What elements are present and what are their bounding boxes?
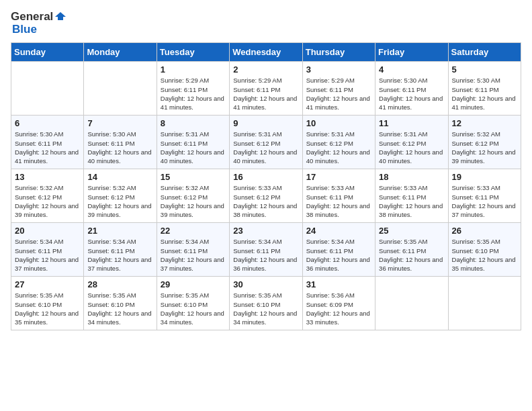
day-number: 21 (87, 226, 152, 236)
day-number: 30 (233, 279, 298, 289)
day-info: Sunrise: 5:31 AM Sunset: 6:12 PM Dayligh… (379, 130, 444, 165)
day-number: 29 (161, 279, 226, 289)
calendar-cell: 27Sunrise: 5:35 AM Sunset: 6:10 PM Dayli… (11, 277, 84, 330)
day-number: 18 (379, 172, 444, 182)
day-info: Sunrise: 5:34 AM Sunset: 6:11 PM Dayligh… (87, 237, 152, 273)
weekday-header-friday: Friday (375, 43, 448, 62)
day-info: Sunrise: 5:29 AM Sunset: 6:11 PM Dayligh… (233, 76, 298, 111)
calendar-cell (11, 62, 84, 116)
calendar-cell: 21Sunrise: 5:34 AM Sunset: 6:11 PM Dayli… (84, 223, 157, 277)
calendar-cell: 24Sunrise: 5:34 AM Sunset: 6:11 PM Dayli… (302, 223, 375, 277)
page-header: General Blue (11, 11, 521, 36)
calendar-cell: 22Sunrise: 5:34 AM Sunset: 6:11 PM Dayli… (157, 223, 229, 277)
day-number: 27 (15, 279, 80, 289)
calendar-cell: 25Sunrise: 5:35 AM Sunset: 6:11 PM Dayli… (375, 223, 448, 277)
day-info: Sunrise: 5:35 AM Sunset: 6:10 PM Dayligh… (15, 291, 80, 326)
calendar-cell: 11Sunrise: 5:31 AM Sunset: 6:12 PM Dayli… (375, 116, 448, 169)
weekday-header-saturday: Saturday (448, 43, 521, 62)
day-info: Sunrise: 5:34 AM Sunset: 6:11 PM Dayligh… (306, 237, 371, 273)
day-number: 26 (452, 226, 517, 236)
day-number: 12 (452, 118, 517, 128)
day-info: Sunrise: 5:32 AM Sunset: 6:12 PM Dayligh… (161, 183, 226, 219)
day-number: 28 (87, 279, 152, 289)
logo-bird-icon (54, 11, 66, 23)
calendar-cell: 3Sunrise: 5:29 AM Sunset: 6:11 PM Daylig… (302, 62, 375, 116)
svg-marker-0 (55, 12, 66, 20)
day-info: Sunrise: 5:31 AM Sunset: 6:11 PM Dayligh… (161, 130, 226, 165)
day-info: Sunrise: 5:35 AM Sunset: 6:11 PM Dayligh… (379, 237, 444, 273)
day-number: 6 (15, 118, 80, 128)
calendar-cell: 6Sunrise: 5:30 AM Sunset: 6:11 PM Daylig… (11, 116, 84, 169)
day-info: Sunrise: 5:32 AM Sunset: 6:12 PM Dayligh… (452, 130, 517, 165)
day-number: 22 (161, 226, 226, 236)
calendar-cell: 28Sunrise: 5:35 AM Sunset: 6:10 PM Dayli… (84, 277, 157, 330)
calendar-cell: 10Sunrise: 5:31 AM Sunset: 6:12 PM Dayli… (302, 116, 375, 169)
calendar-cell: 8Sunrise: 5:31 AM Sunset: 6:11 PM Daylig… (157, 116, 229, 169)
day-info: Sunrise: 5:35 AM Sunset: 6:10 PM Dayligh… (161, 291, 226, 326)
day-number: 14 (87, 172, 152, 182)
weekday-header-sunday: Sunday (11, 43, 84, 62)
day-info: Sunrise: 5:36 AM Sunset: 6:09 PM Dayligh… (306, 291, 371, 326)
day-info: Sunrise: 5:34 AM Sunset: 6:11 PM Dayligh… (161, 237, 226, 273)
calendar-cell: 17Sunrise: 5:33 AM Sunset: 6:11 PM Dayli… (302, 169, 375, 223)
day-info: Sunrise: 5:33 AM Sunset: 6:11 PM Dayligh… (306, 183, 371, 219)
logo-general: General (11, 11, 53, 24)
calendar-cell: 7Sunrise: 5:30 AM Sunset: 6:11 PM Daylig… (84, 116, 157, 169)
day-info: Sunrise: 5:33 AM Sunset: 6:12 PM Dayligh… (233, 183, 298, 219)
day-number: 7 (87, 118, 152, 128)
weekday-header-monday: Monday (84, 43, 157, 62)
calendar-cell: 16Sunrise: 5:33 AM Sunset: 6:12 PM Dayli… (230, 169, 302, 223)
weekday-header-tuesday: Tuesday (157, 43, 229, 62)
day-number: 5 (452, 64, 517, 75)
day-number: 20 (15, 226, 80, 236)
calendar-cell: 14Sunrise: 5:32 AM Sunset: 6:12 PM Dayli… (84, 169, 157, 223)
calendar-cell (84, 62, 157, 116)
day-info: Sunrise: 5:34 AM Sunset: 6:11 PM Dayligh… (15, 237, 80, 273)
calendar-table: SundayMondayTuesdayWednesdayThursdayFrid… (11, 42, 521, 330)
day-number: 8 (161, 118, 226, 128)
day-number: 25 (379, 226, 444, 236)
calendar-cell (448, 277, 521, 330)
day-number: 10 (306, 118, 371, 128)
calendar-cell: 15Sunrise: 5:32 AM Sunset: 6:12 PM Dayli… (157, 169, 229, 223)
day-number: 1 (161, 64, 226, 75)
day-number: 2 (233, 64, 298, 75)
day-number: 24 (306, 226, 371, 236)
weekday-header-thursday: Thursday (302, 43, 375, 62)
calendar-week-1: 1Sunrise: 5:29 AM Sunset: 6:11 PM Daylig… (11, 62, 521, 116)
day-info: Sunrise: 5:30 AM Sunset: 6:11 PM Dayligh… (379, 76, 444, 111)
day-number: 11 (379, 118, 444, 128)
day-info: Sunrise: 5:33 AM Sunset: 6:11 PM Dayligh… (452, 183, 517, 219)
calendar-cell (375, 277, 448, 330)
calendar-week-2: 6Sunrise: 5:30 AM Sunset: 6:11 PM Daylig… (11, 116, 521, 169)
calendar-body: 1Sunrise: 5:29 AM Sunset: 6:11 PM Daylig… (11, 62, 521, 330)
calendar-cell: 18Sunrise: 5:33 AM Sunset: 6:11 PM Dayli… (375, 169, 448, 223)
weekday-header-row: SundayMondayTuesdayWednesdayThursdayFrid… (11, 43, 521, 62)
day-info: Sunrise: 5:30 AM Sunset: 6:11 PM Dayligh… (452, 76, 517, 111)
day-info: Sunrise: 5:35 AM Sunset: 6:10 PM Dayligh… (233, 291, 298, 326)
weekday-header-wednesday: Wednesday (230, 43, 302, 62)
day-info: Sunrise: 5:35 AM Sunset: 6:10 PM Dayligh… (87, 291, 152, 326)
day-number: 19 (452, 172, 517, 182)
calendar-cell: 5Sunrise: 5:30 AM Sunset: 6:11 PM Daylig… (448, 62, 521, 116)
calendar-cell: 29Sunrise: 5:35 AM Sunset: 6:10 PM Dayli… (157, 277, 229, 330)
day-number: 31 (306, 279, 371, 289)
day-info: Sunrise: 5:30 AM Sunset: 6:11 PM Dayligh… (15, 130, 80, 165)
calendar-cell: 30Sunrise: 5:35 AM Sunset: 6:10 PM Dayli… (230, 277, 302, 330)
logo: General Blue (11, 11, 66, 36)
day-number: 17 (306, 172, 371, 182)
calendar-cell: 9Sunrise: 5:31 AM Sunset: 6:12 PM Daylig… (230, 116, 302, 169)
calendar-week-3: 13Sunrise: 5:32 AM Sunset: 6:12 PM Dayli… (11, 169, 521, 223)
calendar-cell: 19Sunrise: 5:33 AM Sunset: 6:11 PM Dayli… (448, 169, 521, 223)
calendar-week-5: 27Sunrise: 5:35 AM Sunset: 6:10 PM Dayli… (11, 277, 521, 330)
calendar-cell: 4Sunrise: 5:30 AM Sunset: 6:11 PM Daylig… (375, 62, 448, 116)
logo-text: General Blue (11, 11, 66, 36)
day-info: Sunrise: 5:31 AM Sunset: 6:12 PM Dayligh… (306, 130, 371, 165)
day-info: Sunrise: 5:29 AM Sunset: 6:11 PM Dayligh… (161, 76, 226, 111)
calendar-cell: 2Sunrise: 5:29 AM Sunset: 6:11 PM Daylig… (230, 62, 302, 116)
day-number: 16 (233, 172, 298, 182)
calendar-cell: 12Sunrise: 5:32 AM Sunset: 6:12 PM Dayli… (448, 116, 521, 169)
day-number: 3 (306, 64, 371, 75)
day-number: 9 (233, 118, 298, 128)
calendar-cell: 26Sunrise: 5:35 AM Sunset: 6:10 PM Dayli… (448, 223, 521, 277)
